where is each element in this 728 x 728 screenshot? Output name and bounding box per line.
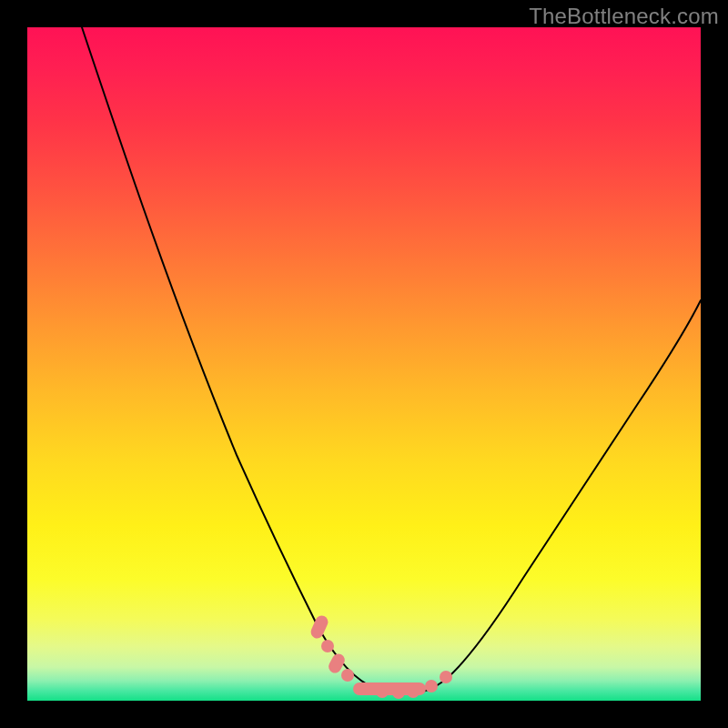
marker bbox=[376, 685, 389, 698]
marker bbox=[440, 671, 452, 683]
marker bbox=[425, 680, 438, 693]
left-curve bbox=[82, 27, 410, 694]
plot-area bbox=[27, 27, 701, 701]
marker-group bbox=[308, 613, 452, 699]
right-curve bbox=[410, 300, 701, 694]
curves-svg bbox=[27, 27, 701, 701]
marker bbox=[308, 613, 329, 640]
marker bbox=[321, 640, 334, 652]
marker bbox=[407, 685, 420, 698]
watermark-text: TheBottleneck.com bbox=[529, 4, 719, 29]
marker bbox=[359, 682, 372, 695]
marker bbox=[341, 669, 354, 682]
chart-frame: TheBottleneck.com bbox=[0, 0, 728, 728]
marker bbox=[392, 686, 405, 699]
